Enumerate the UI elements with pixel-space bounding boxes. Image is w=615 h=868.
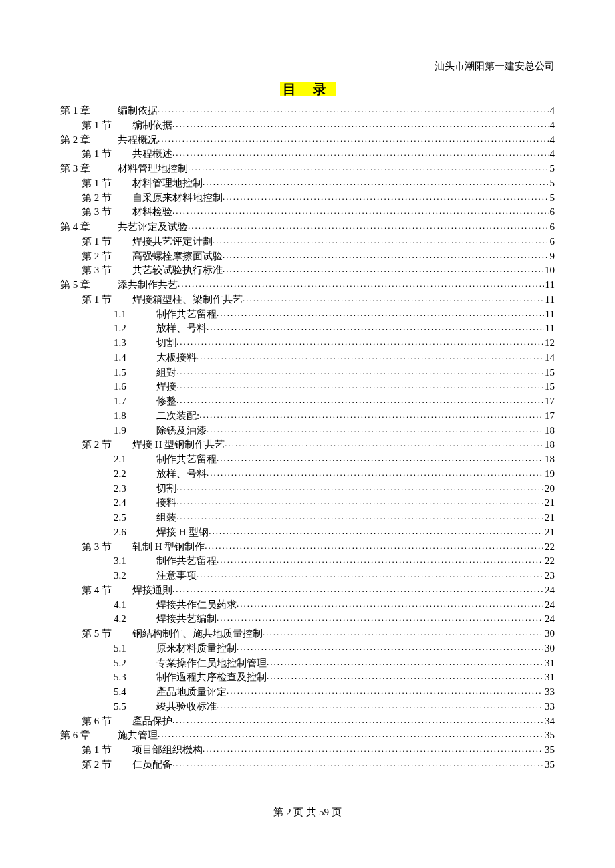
company-header: 汕头市潮阳第一建安总公司 <box>60 60 555 76</box>
toc-leader-dots <box>207 321 544 334</box>
toc-leader-dots <box>197 351 543 364</box>
toc-entry-label: 第 2 节 <box>82 438 114 452</box>
toc-leader-dots <box>207 467 543 480</box>
toc-entry-title: 高强螺栓摩擦面试验 <box>132 249 223 264</box>
toc-entry: 5.2专業操作仁员地控制管理31 <box>60 656 555 671</box>
toc-entry-title: 制作共艺留程 <box>156 452 217 467</box>
toc-leader-dots <box>267 670 543 683</box>
toc-leader-dots <box>188 220 549 233</box>
toc-entry-title: 放样、号料 <box>156 321 207 336</box>
toc-entry-page: 4 <box>549 147 556 162</box>
toc-entry: 第 5 章添共制作共艺11 <box>60 278 555 293</box>
toc-entry-page: 15 <box>543 366 555 380</box>
toc-entry: 第 1 节材料管理地控制5 <box>60 176 555 191</box>
toc-entry: 1.5組對15 <box>60 366 555 380</box>
toc-entry-label: 3.2 <box>114 569 138 583</box>
toc-title-text: 目 录 <box>280 82 336 96</box>
toc-entry-page: 10 <box>543 263 555 278</box>
toc-entry-label: 第 6 章 <box>60 728 99 743</box>
toc-entry-label: 2.2 <box>114 467 138 482</box>
toc-leader-dots <box>197 569 543 581</box>
toc-entry: 1.2放样、号料11 <box>60 321 555 336</box>
toc-entry-title: 切割 <box>156 482 176 496</box>
toc-entry: 5.3制作過程共序检查及控制31 <box>60 670 555 685</box>
toc-entry-page: 17 <box>543 409 555 424</box>
toc-entry: 第 6 章施共管理35 <box>60 728 555 743</box>
toc-leader-dots <box>158 104 549 116</box>
toc-entry-label: 第 1 节 <box>82 176 114 191</box>
toc-entry-label: 第 3 节 <box>82 263 114 278</box>
toc-entry-label: 4.2 <box>114 612 138 627</box>
toc-container: 第 1 章编制依据4第 1 节编制依据4第 2 章共程概况4第 1 节共程概述4… <box>60 104 555 772</box>
toc-entry-label: 第 1 节 <box>82 147 114 162</box>
toc-entry-label: 3.1 <box>114 554 138 569</box>
toc-entry-page: 11 <box>544 321 555 336</box>
toc-entry: 4.1焊接共作仁员药求24 <box>60 598 555 613</box>
toc-entry: 第 2 节高强螺栓摩擦面试验9 <box>60 249 555 264</box>
toc-entry-title: 焊接 <box>156 380 176 394</box>
toc-entry-page: 12 <box>543 336 555 351</box>
toc-entry-label: 1.6 <box>114 380 138 394</box>
toc-leader-dots <box>225 438 543 450</box>
toc-entry-label: 第 6 节 <box>82 714 114 729</box>
toc-entry-label: 1.8 <box>114 409 138 424</box>
toc-entry-title: 编制依据 <box>132 118 172 133</box>
toc-leader-dots <box>217 554 543 567</box>
toc-entry-title: 竣共验收标准 <box>156 700 217 714</box>
toc-entry-label: 第 3 节 <box>82 540 114 555</box>
toc-leader-dots <box>263 627 543 639</box>
toc-entry-label: 1.1 <box>114 307 138 322</box>
toc-entry-page: 4 <box>549 104 556 118</box>
toc-leader-dots <box>172 758 543 770</box>
toc-entry-page: 18 <box>543 452 555 467</box>
toc-entry-title: 轧制 H 型钢制作 <box>132 540 205 555</box>
toc-entry-title: 大板接料 <box>156 351 197 366</box>
toc-entry: 3.1制作共艺留程22 <box>60 554 555 569</box>
toc-entry-page: 22 <box>543 554 555 569</box>
toc-leader-dots <box>223 191 549 204</box>
toc-entry-title: 自采原来材料地控制 <box>132 191 223 206</box>
toc-entry: 2.5组装21 <box>60 511 555 525</box>
toc-entry: 第 1 节编制依据4 <box>60 118 555 133</box>
toc-entry: 第 1 节项目部组织機构35 <box>60 743 555 758</box>
toc-entry-title: 共程概况 <box>118 133 158 148</box>
toc-entry: 第 5 节钢結构制作、施共地质量控制30 <box>60 627 555 641</box>
toc-leader-dots <box>213 235 549 247</box>
toc-leader-dots <box>217 612 543 625</box>
toc-entry-title: 仁员配备 <box>132 758 172 772</box>
toc-entry-page: 17 <box>543 394 555 409</box>
toc-entry-label: 2.3 <box>114 482 138 496</box>
toc-entry-page: 11 <box>544 293 555 307</box>
toc-entry-page: 33 <box>543 685 555 700</box>
toc-entry-label: 5.5 <box>114 700 138 714</box>
toc-entry: 第 1 节焊接箱型柱、梁制作共艺11 <box>60 293 555 307</box>
toc-entry-label: 2.1 <box>114 452 138 467</box>
toc-leader-dots <box>217 700 543 712</box>
toc-entry-label: 2.4 <box>114 496 138 511</box>
toc-entry-page: 20 <box>543 482 555 496</box>
toc-entry-title: 原来材料质量控制 <box>156 641 237 656</box>
toc-entry: 第 3 章材料管理地控制5 <box>60 162 555 176</box>
toc-entry-label: 1.5 <box>114 366 138 380</box>
toc-entry-title: 產品地质量评定 <box>156 685 227 700</box>
toc-entry: 第 4 章共艺评定及试验6 <box>60 220 555 235</box>
toc-entry-page: 31 <box>543 656 555 671</box>
toc-entry-title: 编制依据 <box>118 104 158 118</box>
toc-entry-title: 焊接箱型柱、梁制作共艺 <box>132 293 243 307</box>
toc-entry-page: 31 <box>543 670 555 685</box>
toc-entry-title: 共艺评定及试验 <box>118 220 188 235</box>
toc-entry: 第 1 节共程概述4 <box>60 147 555 162</box>
toc-entry-label: 2.5 <box>114 511 138 525</box>
toc-entry: 2.3切割20 <box>60 482 555 496</box>
toc-entry-page: 6 <box>549 205 556 220</box>
toc-leader-dots <box>199 409 543 422</box>
toc-entry: 2.1制作共艺留程18 <box>60 452 555 467</box>
toc-entry-title: 注意事项 <box>156 569 197 583</box>
toc-entry-title: 焊接 H 型钢 <box>156 525 209 540</box>
toc-entry-page: 24 <box>543 583 555 598</box>
toc-entry: 1.1制作共艺留程11 <box>60 307 555 322</box>
toc-entry-page: 35 <box>543 728 555 743</box>
toc-entry-page: 34 <box>543 714 555 729</box>
toc-entry-label: 5.1 <box>114 641 138 656</box>
toc-entry-label: 第 2 节 <box>82 249 114 264</box>
